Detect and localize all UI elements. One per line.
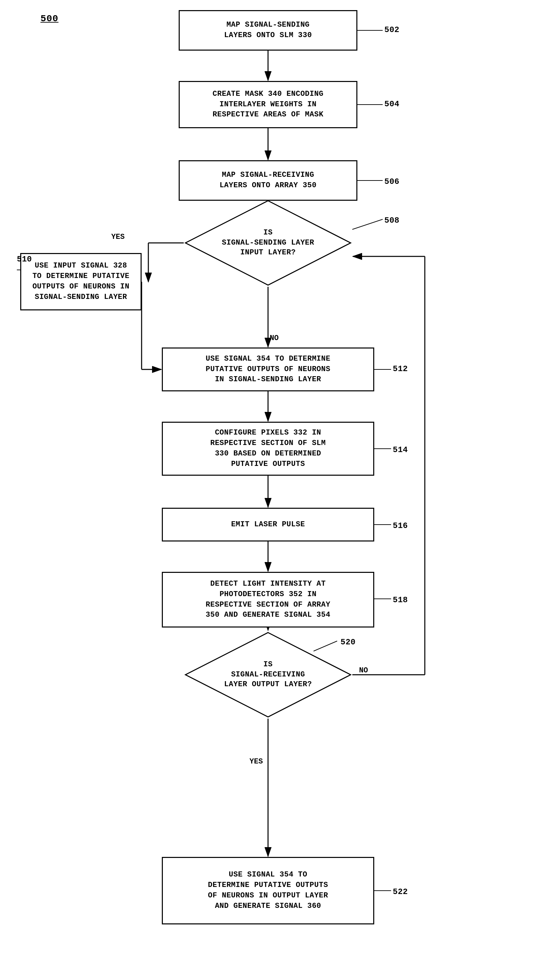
box-512: USE SIGNAL 354 TO DETERMINEPUTATIVE OUTP…: [162, 347, 374, 391]
no-label-508: NO: [270, 334, 278, 342]
box-512-text: USE SIGNAL 354 TO DETERMINEPUTATIVE OUTP…: [206, 354, 330, 385]
box-506-text: MAP SIGNAL-RECEIVINGLAYERS ONTO ARRAY 35…: [220, 170, 317, 191]
ref-516: 516: [393, 521, 408, 530]
ref-522: 522: [393, 887, 408, 897]
svg-line-20: [352, 219, 383, 229]
box-522-text: USE SIGNAL 354 TODETERMINE PUTATIVE OUTP…: [208, 870, 328, 911]
ref-506: 506: [384, 177, 400, 186]
box-502: MAP SIGNAL-SENDINGLAYERS ONTO SLM 330: [179, 10, 357, 51]
ref-520: 520: [340, 638, 356, 647]
box-516-text: EMIT LASER PULSE: [231, 519, 305, 530]
box-518-text: DETECT LIGHT INTENSITY ATPHOTODETECTORS …: [206, 579, 330, 620]
ref-510: 510: [17, 255, 32, 264]
yes-label-520: YES: [250, 757, 263, 766]
ref-512: 512: [393, 364, 408, 374]
box-522: USE SIGNAL 354 TODETERMINE PUTATIVE OUTP…: [162, 857, 374, 924]
box-510: USE INPUT SIGNAL 328TO DETERMINE PUTATIV…: [20, 253, 142, 311]
diamond-520-text: ISSIGNAL-RECEIVINGLAYER OUTPUT LAYER?: [224, 659, 312, 690]
box-516: EMIT LASER PULSE: [162, 508, 374, 541]
no-label-520: NO: [359, 666, 368, 675]
diamond-508: ISSIGNAL-SENDING LAYERINPUT LAYER?: [184, 199, 352, 287]
box-518: DETECT LIGHT INTENSITY ATPHOTODETECTORS …: [162, 572, 374, 628]
ref-514: 514: [393, 445, 408, 454]
figure-label: 500: [40, 13, 58, 24]
connector-svg: [0, 0, 560, 975]
box-514-text: CONFIGURE PIXELS 332 INRESPECTIVE SECTIO…: [210, 428, 326, 469]
box-504-text: CREATE MASK 340 ENCODINGINTERLAYER WEIGH…: [213, 89, 324, 120]
ref-508: 508: [384, 216, 400, 225]
box-514: CONFIGURE PIXELS 332 INRESPECTIVE SECTIO…: [162, 422, 374, 476]
box-502-text: MAP SIGNAL-SENDINGLAYERS ONTO SLM 330: [224, 20, 312, 41]
ref-502: 502: [384, 25, 400, 34]
diamond-520: ISSIGNAL-RECEIVINGLAYER OUTPUT LAYER?: [184, 631, 352, 719]
box-510-text: USE INPUT SIGNAL 328TO DETERMINE PUTATIV…: [32, 261, 130, 302]
diamond-508-text: ISSIGNAL-SENDING LAYERINPUT LAYER?: [222, 228, 314, 258]
ref-518: 518: [393, 596, 408, 604]
flowchart-diagram: 500: [0, 0, 560, 975]
box-504: CREATE MASK 340 ENCODINGINTERLAYER WEIGH…: [179, 81, 357, 128]
box-506: MAP SIGNAL-RECEIVINGLAYERS ONTO ARRAY 35…: [179, 160, 357, 201]
ref-504: 504: [384, 100, 400, 109]
yes-label-508: YES: [111, 233, 125, 241]
